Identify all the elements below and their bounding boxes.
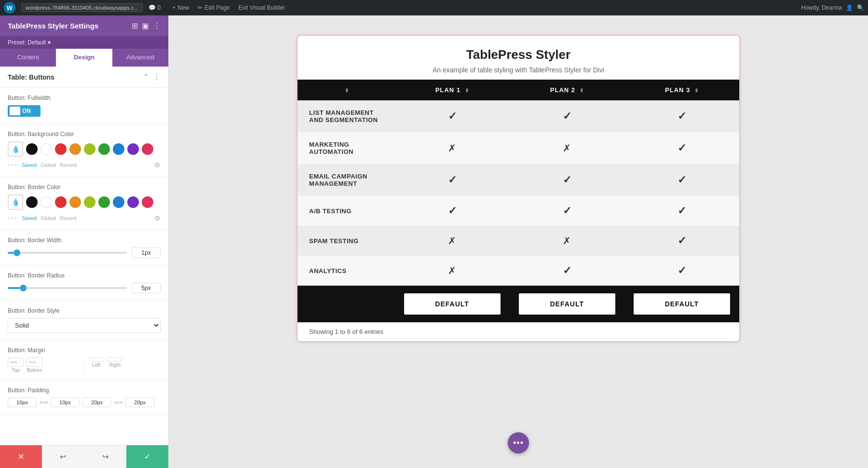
border-width-field: Button: Border Width 1px — [0, 230, 168, 265]
bg-global-label[interactable]: Global — [41, 162, 56, 168]
color-swatch-yellow-green[interactable] — [84, 143, 95, 155]
preset-label: Preset: Default — [8, 39, 46, 46]
layout-icon[interactable]: ▣ — [142, 21, 149, 30]
border-saved-label[interactable]: Saved — [22, 215, 37, 221]
border-swatch-yellow-green[interactable] — [84, 196, 95, 208]
border-width-value[interactable]: 1px — [132, 248, 161, 258]
plan1-cell-row0: ✓ — [395, 100, 510, 132]
border-radius-track[interactable] — [8, 287, 127, 289]
new-button[interactable]: + New — [168, 3, 193, 13]
undo-button[interactable]: ↩ — [42, 445, 84, 468]
col-header-plan1[interactable]: PLAN 1 ⇕ — [395, 80, 510, 100]
border-radius-value[interactable]: 5px — [132, 283, 161, 293]
border-swatch-pink[interactable] — [142, 196, 153, 208]
border-radius-label: Button: Border Radius — [8, 272, 161, 279]
border-swatch-orange[interactable] — [69, 196, 81, 208]
default-button-plan2[interactable]: DEFAULT — [519, 293, 615, 315]
border-color-eyedropper[interactable]: 💧 — [8, 194, 23, 210]
tab-advanced[interactable]: Advanced — [112, 49, 168, 67]
comment-count[interactable]: 💬 0 — [149, 4, 161, 11]
color-swatch-black[interactable] — [26, 143, 38, 155]
border-swatch-white[interactable] — [41, 196, 52, 208]
fullwidth-field: Button: Fullwidth ON — [0, 88, 168, 124]
bg-color-dots[interactable]: ··· — [8, 160, 18, 170]
padding-right-value[interactable]: 20px — [128, 399, 152, 405]
wp-icon[interactable]: W — [4, 2, 15, 14]
border-radius-thumb[interactable] — [20, 285, 27, 291]
preset-selector[interactable]: Preset: Default ▾ — [0, 36, 168, 49]
padding-top-input[interactable]: 10px — [8, 398, 37, 407]
edit-page-button[interactable]: ✏ Edit Page — [194, 3, 233, 13]
border-color-gear-icon[interactable]: ⚙ — [154, 214, 161, 222]
color-swatch-green[interactable] — [98, 143, 110, 155]
fullwidth-label: Button: Fullwidth — [8, 95, 161, 101]
border-swatch-black[interactable] — [26, 196, 38, 208]
margin-right-input[interactable] — [107, 358, 123, 361]
collapse-icon[interactable]: ⌃ — [143, 72, 149, 82]
margin-bottom-input[interactable]: ⟺ — [27, 358, 42, 367]
section-header: Table: Buttons ⌃ ⋮ — [0, 67, 168, 88]
feature-cell: SPAM TESTING — [298, 226, 395, 256]
fab-button[interactable]: ••• — [508, 432, 529, 454]
padding-left-value[interactable]: 20px — [85, 399, 109, 405]
padding-bottom-input[interactable]: 10px — [51, 398, 80, 407]
col-header-plan3[interactable]: PLAN 3 ⇕ — [624, 80, 739, 100]
fullwidth-toggle[interactable]: ON — [8, 105, 41, 117]
border-radius-fill — [8, 287, 20, 289]
color-swatch-orange[interactable] — [69, 143, 81, 155]
border-style-select[interactable]: Solid Dashed Dotted Double None — [8, 318, 161, 333]
redo-button[interactable]: ↪ — [84, 445, 126, 468]
padding-field: Button: Padding 10px ⟺ 10px 20px ⟺ 20px — [0, 380, 168, 414]
color-swatch-white[interactable] — [41, 143, 52, 155]
margin-top-input[interactable]: ⟺ — [8, 358, 24, 367]
padding-top-value[interactable]: 10px — [10, 399, 34, 405]
border-color-dots[interactable]: ··· — [8, 213, 18, 223]
border-swatch-blue[interactable] — [113, 196, 124, 208]
border-swatch-green[interactable] — [98, 196, 110, 208]
border-recent-label[interactable]: Recent — [60, 215, 77, 221]
save-button[interactable]: ✓ — [126, 445, 168, 468]
margin-left-input[interactable] — [88, 358, 104, 361]
bg-recent-label[interactable]: Recent — [60, 162, 77, 168]
color-swatch-purple[interactable] — [127, 143, 139, 155]
cancel-button[interactable]: ✕ — [0, 445, 42, 468]
border-swatch-red[interactable] — [55, 196, 67, 208]
bg-color-actions: ··· Saved Global Recent ⚙ — [8, 157, 161, 170]
border-style-field: Button: Border Style Solid Dashed Dotted… — [0, 301, 168, 340]
border-global-label[interactable]: Global — [41, 215, 56, 221]
default-button-plan3[interactable]: DEFAULT — [634, 293, 730, 315]
cross-icon: ✗ — [448, 265, 456, 276]
color-swatch-pink[interactable] — [142, 143, 153, 155]
bg-saved-label[interactable]: Saved — [22, 162, 37, 168]
border-color-label: Button: Border Color — [8, 184, 161, 191]
bg-color-gear-icon[interactable]: ⚙ — [154, 161, 161, 169]
tab-design[interactable]: Design — [56, 49, 112, 67]
exit-builder-button[interactable]: Exit Visual Builder — [234, 3, 289, 13]
feature-cell: EMAIL CAMPAIGN MANAGEMENT — [298, 164, 395, 196]
more-icon[interactable]: ⋮ — [153, 21, 161, 30]
cross-icon: ✗ — [563, 143, 571, 153]
margin-bottom-label: Bottom — [27, 368, 42, 373]
pencil-icon: ✏ — [198, 4, 203, 11]
search-icon[interactable]: 🔍 — [857, 4, 864, 11]
footer-plan1-cell: DEFAULT — [395, 286, 510, 322]
tab-content[interactable]: Content — [0, 49, 56, 67]
border-width-thumb[interactable] — [14, 249, 20, 256]
border-color-field: Button: Border Color 💧 ··· — [0, 177, 168, 230]
default-button-plan1[interactable]: DEFAULT — [404, 293, 501, 315]
padding-right-input[interactable]: 20px — [125, 398, 154, 407]
table-title-area: TablePress Styler An example of table st… — [298, 36, 739, 80]
padding-bottom-value[interactable]: 10px — [53, 399, 77, 405]
col-header-plan2[interactable]: PLAN 2 ⇕ — [510, 80, 624, 100]
settings-icon[interactable]: ⊞ — [132, 21, 138, 30]
bg-color-eyedropper[interactable]: 💧 — [8, 141, 23, 157]
border-radius-slider-row: 5px — [8, 283, 161, 293]
border-width-track[interactable] — [8, 252, 127, 254]
margin-label: Button: Margin — [8, 347, 161, 354]
section-more-icon[interactable]: ⋮ — [153, 72, 161, 82]
padding-left-input[interactable]: 20px — [82, 398, 111, 407]
col-header-feature[interactable]: ⇕ — [298, 80, 395, 100]
border-swatch-purple[interactable] — [127, 196, 139, 208]
color-swatch-red[interactable] — [55, 143, 67, 155]
color-swatch-blue[interactable] — [113, 143, 124, 155]
